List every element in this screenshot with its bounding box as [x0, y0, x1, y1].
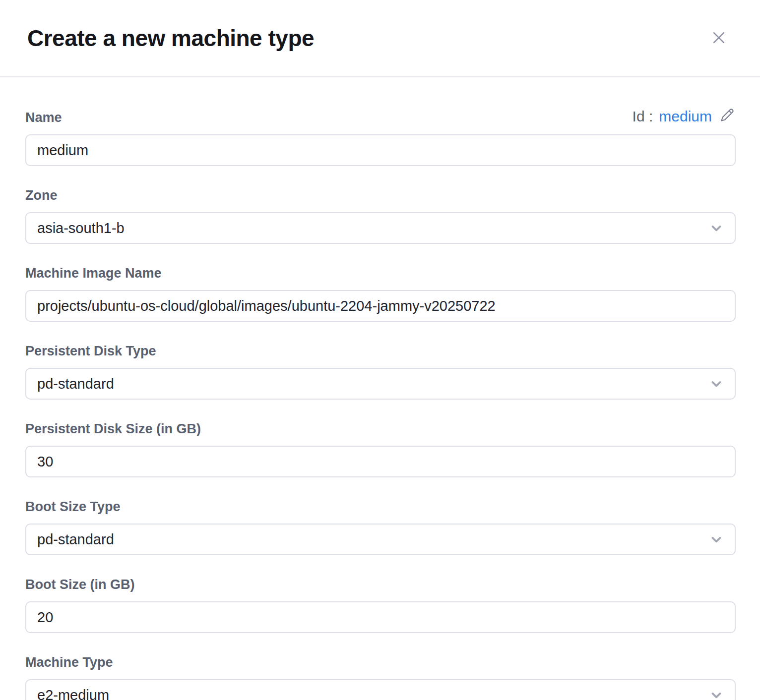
field-persistent-disk-size: Persistent Disk Size (in GB)	[25, 420, 736, 477]
zone-select[interactable]: asia-south1-b	[25, 212, 736, 244]
edit-id-button[interactable]	[718, 107, 736, 126]
persistent-disk-type-selected-value: pd-standard	[37, 376, 114, 392]
zone-label: Zone	[25, 187, 58, 204]
field-persistent-disk-type: Persistent Disk Type pd-standard	[25, 343, 736, 400]
id-value-text[interactable]: medium	[659, 108, 712, 125]
persistent-disk-size-input[interactable]	[25, 446, 736, 477]
field-machine-image-name: Machine Image Name	[25, 265, 736, 322]
field-boot-size: Boot Size (in GB)	[25, 576, 736, 633]
modal-header: Create a new machine type	[0, 0, 760, 77]
modal-title: Create a new machine type	[27, 25, 314, 52]
field-machine-type: Machine Type e2-medium	[25, 654, 736, 700]
name-label: Name	[25, 109, 62, 126]
pencil-icon	[718, 107, 736, 126]
machine-id-badge: Id : medium	[633, 107, 736, 126]
field-boot-size-type: Boot Size Type pd-standard	[25, 498, 736, 555]
chevron-down-icon	[709, 376, 724, 391]
create-machine-type-modal: Create a new machine type Name Id : medi…	[0, 0, 760, 700]
machine-image-name-label: Machine Image Name	[25, 265, 162, 282]
boot-size-type-select[interactable]: pd-standard	[25, 524, 736, 555]
chevron-down-icon	[709, 532, 724, 547]
field-name: Name Id : medium	[25, 107, 736, 166]
machine-type-select[interactable]: e2-medium	[25, 679, 736, 700]
machine-image-name-input[interactable]	[25, 290, 736, 322]
id-prefix-label: Id :	[633, 108, 653, 125]
boot-size-type-label: Boot Size Type	[25, 498, 121, 515]
chevron-down-icon	[709, 221, 724, 235]
persistent-disk-size-label: Persistent Disk Size (in GB)	[25, 420, 201, 437]
field-zone: Zone asia-south1-b	[25, 187, 736, 244]
boot-size-input[interactable]	[25, 601, 736, 633]
modal-body: Name Id : medium	[0, 77, 760, 700]
machine-type-label: Machine Type	[25, 654, 113, 671]
boot-size-label: Boot Size (in GB)	[25, 576, 134, 593]
close-icon	[710, 29, 727, 48]
boot-size-type-selected-value: pd-standard	[37, 531, 114, 548]
zone-selected-value: asia-south1-b	[37, 220, 125, 236]
persistent-disk-type-label: Persistent Disk Type	[25, 343, 156, 359]
persistent-disk-type-select[interactable]: pd-standard	[25, 368, 736, 400]
chevron-down-icon	[709, 688, 724, 700]
close-button[interactable]	[707, 27, 730, 50]
name-input[interactable]	[25, 134, 736, 166]
machine-type-selected-value: e2-medium	[37, 687, 109, 700]
